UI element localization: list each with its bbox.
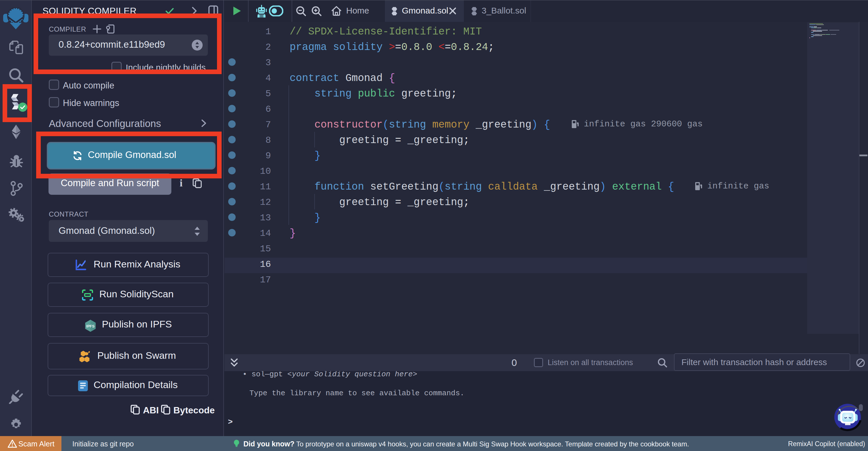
svg-text:IPFS: IPFS bbox=[86, 324, 95, 328]
